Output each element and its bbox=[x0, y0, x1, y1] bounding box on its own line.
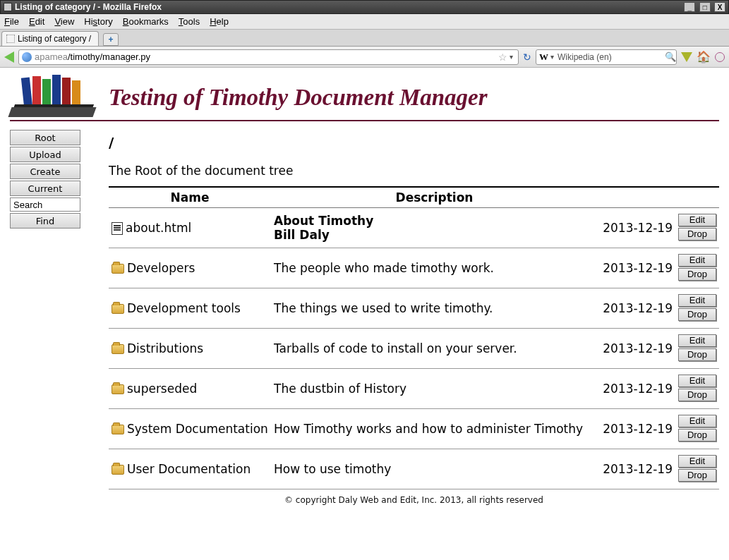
maximize-button[interactable]: □ bbox=[699, 2, 711, 12]
table-row: User DocumentationHow to use timothy2013… bbox=[109, 449, 719, 489]
tab-strip: Listing of category / + bbox=[0, 30, 729, 47]
item-date: 2013-12-19 bbox=[598, 369, 675, 409]
menu-history[interactable]: History bbox=[84, 16, 112, 27]
breadcrumb: / bbox=[109, 134, 719, 151]
sidebar-current-button[interactable]: Current bbox=[10, 181, 80, 196]
table-row: DistributionsTarballs of code to install… bbox=[109, 329, 719, 369]
edit-button[interactable]: Edit bbox=[678, 334, 716, 347]
item-name[interactable]: User Documentation bbox=[127, 462, 251, 476]
edit-button[interactable]: Edit bbox=[678, 254, 716, 267]
url-path: /timothy/manager.py bbox=[68, 51, 150, 62]
item-name[interactable]: Developers bbox=[127, 261, 195, 275]
item-description: The people who made timothy work. bbox=[271, 248, 598, 288]
menu-file[interactable]: File bbox=[4, 16, 19, 27]
edit-button[interactable]: Edit bbox=[678, 214, 716, 226]
drop-button[interactable]: Drop bbox=[678, 308, 716, 321]
menu-help[interactable]: Help bbox=[210, 16, 229, 27]
nav-toolbar: apamea/timothy/manager.py ☆ ▾ ↻ W ▾ 🔍 🏠 bbox=[0, 47, 729, 68]
menu-tools[interactable]: Tools bbox=[179, 16, 200, 27]
folder-icon bbox=[112, 384, 124, 394]
page-icon bbox=[6, 35, 15, 43]
window-title: Listing of category / - Mozilla Firefox bbox=[15, 2, 162, 12]
sidebar: Root Upload Create Current Find bbox=[10, 130, 80, 505]
url-dropdown-icon[interactable]: ▾ bbox=[510, 53, 513, 61]
drop-button[interactable]: Drop bbox=[678, 429, 716, 442]
file-icon bbox=[112, 222, 123, 235]
sidebar-search-input[interactable] bbox=[10, 197, 80, 212]
folder-icon bbox=[112, 264, 124, 274]
bookshelf-logo bbox=[10, 76, 95, 118]
downloads-button[interactable] bbox=[681, 52, 692, 62]
sidebar-upload-button[interactable]: Upload bbox=[10, 147, 80, 162]
addon-icon[interactable] bbox=[715, 52, 725, 62]
page-title: Testing of Timothy Document Manager bbox=[109, 85, 488, 111]
tab-active[interactable]: Listing of category / bbox=[1, 31, 99, 46]
folder-icon bbox=[112, 304, 124, 314]
back-button[interactable] bbox=[4, 51, 14, 63]
table-row: System DocumentationHow Timothy works an… bbox=[109, 409, 719, 449]
menu-bookmarks[interactable]: Bookmarks bbox=[123, 16, 169, 27]
search-engine-input[interactable] bbox=[556, 51, 665, 63]
col-date-header bbox=[598, 187, 675, 208]
edit-button[interactable]: Edit bbox=[678, 375, 716, 387]
folder-icon bbox=[112, 425, 124, 434]
window-icon bbox=[4, 3, 12, 11]
table-row: Development toolsThe things we used to w… bbox=[109, 288, 719, 329]
item-date: 2013-12-19 bbox=[598, 248, 675, 288]
edit-button[interactable]: Edit bbox=[678, 455, 716, 468]
item-date: 2013-12-19 bbox=[598, 409, 675, 449]
home-button[interactable]: 🏠 bbox=[697, 50, 711, 63]
drop-button[interactable]: Drop bbox=[678, 348, 716, 361]
item-description: The dustbin of History bbox=[271, 369, 598, 409]
item-name[interactable]: about.html bbox=[126, 221, 191, 235]
col-actions-header bbox=[675, 187, 719, 208]
url-host: apamea bbox=[35, 51, 68, 62]
item-name[interactable]: System Documentation bbox=[127, 422, 268, 436]
sidebar-create-button[interactable]: Create bbox=[10, 164, 80, 179]
close-button[interactable]: X bbox=[714, 2, 725, 12]
item-description: Tarballs of code to install on your serv… bbox=[271, 329, 598, 369]
folder-icon bbox=[112, 344, 124, 354]
edit-button[interactable]: Edit bbox=[678, 415, 716, 427]
bookmark-star-icon[interactable]: ☆ bbox=[498, 51, 507, 63]
folder-icon bbox=[112, 465, 124, 475]
wikipedia-icon: W bbox=[539, 51, 548, 63]
engine-dropdown-icon[interactable]: ▾ bbox=[550, 53, 554, 61]
item-description: How to use timothy bbox=[271, 449, 598, 489]
category-description: The Root of the document tree bbox=[109, 164, 719, 178]
reload-button[interactable]: ↻ bbox=[523, 51, 531, 63]
search-engine-box[interactable]: W ▾ 🔍 bbox=[536, 49, 677, 65]
drop-button[interactable]: Drop bbox=[678, 268, 716, 281]
item-description: How Timothy works and how to administer … bbox=[271, 409, 598, 449]
menu-bar: File Edit View History Bookmarks Tools H… bbox=[0, 14, 729, 30]
menu-edit[interactable]: Edit bbox=[29, 16, 44, 27]
table-row: supersededThe dustbin of History2013-12-… bbox=[109, 369, 719, 409]
search-icon[interactable]: 🔍 bbox=[665, 51, 676, 62]
page-header: Testing of Timothy Document Manager bbox=[10, 76, 719, 121]
col-desc-header: Description bbox=[271, 187, 598, 208]
item-date: 2013-12-19 bbox=[598, 329, 675, 369]
drop-button[interactable]: Drop bbox=[678, 469, 716, 482]
item-date: 2013-12-19 bbox=[598, 208, 675, 248]
tab-label: Listing of category / bbox=[18, 34, 91, 44]
item-date: 2013-12-19 bbox=[598, 449, 675, 489]
window-titlebar: Listing of category / - Mozilla Firefox … bbox=[0, 0, 729, 14]
table-row: DevelopersThe people who made timothy wo… bbox=[109, 248, 719, 288]
globe-icon bbox=[22, 52, 32, 62]
page-footer: © copyright Daly Web and Edit, Inc. 2013… bbox=[109, 495, 719, 505]
item-name[interactable]: Development tools bbox=[127, 301, 241, 315]
item-name[interactable]: superseded bbox=[127, 382, 197, 396]
url-bar[interactable]: apamea/timothy/manager.py ☆ ▾ bbox=[18, 49, 519, 65]
drop-button[interactable]: Drop bbox=[678, 389, 716, 401]
new-tab-button[interactable]: + bbox=[103, 33, 119, 46]
edit-button[interactable]: Edit bbox=[678, 294, 716, 307]
table-row: about.htmlAbout TimothyBill Daly2013-12-… bbox=[109, 208, 719, 248]
sidebar-find-button[interactable]: Find bbox=[10, 213, 80, 229]
item-name[interactable]: Distributions bbox=[127, 341, 203, 355]
minimize-button[interactable]: _ bbox=[684, 2, 695, 12]
item-description: About TimothyBill Daly bbox=[271, 208, 598, 248]
sidebar-root-button[interactable]: Root bbox=[10, 130, 80, 145]
drop-button[interactable]: Drop bbox=[678, 228, 716, 241]
col-name-header: Name bbox=[109, 187, 271, 208]
menu-view[interactable]: View bbox=[54, 16, 74, 27]
